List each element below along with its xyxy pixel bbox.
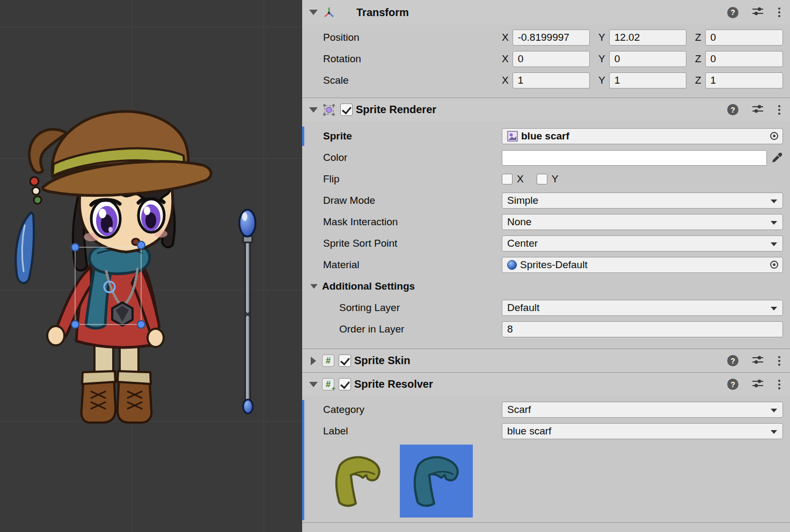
- axis-y-label: Y: [598, 75, 605, 86]
- sprite-sort-point-label: Sprite Sort Point: [302, 238, 502, 249]
- axis-x-label: X: [502, 53, 509, 65]
- character-sprite: [16, 112, 211, 423]
- foldout-closed-icon[interactable]: [311, 357, 316, 365]
- flip-y-label: Y: [552, 173, 559, 185]
- draw-mode-row: Draw Mode Simple: [302, 190, 790, 211]
- object-picker-icon[interactable]: [770, 261, 778, 269]
- help-icon[interactable]: ?: [727, 7, 738, 18]
- sprite-renderer-body: Sprite blue scarf Color: [302, 121, 790, 349]
- draw-mode-dropdown[interactable]: Simple: [502, 193, 783, 209]
- presets-icon[interactable]: [752, 355, 764, 367]
- rotation-x-input[interactable]: [513, 51, 590, 67]
- position-label: Position: [302, 32, 502, 43]
- label-row: Label blue scarf: [302, 420, 790, 442]
- category-label: Category: [302, 404, 502, 416]
- scene-grid: [0, 0, 302, 532]
- sprite-variant-green-scarf[interactable]: [321, 445, 394, 518]
- position-x-input[interactable]: [513, 29, 590, 46]
- sprite-resolver-script-icon: #+: [322, 378, 334, 390]
- additional-settings-row[interactable]: Additional Settings: [302, 276, 790, 297]
- sprite-resolver-header[interactable]: #+ Sprite Resolver ?: [302, 372, 790, 396]
- position-z-input[interactable]: [705, 29, 783, 46]
- presets-icon[interactable]: [752, 379, 764, 390]
- material-object-field[interactable]: Sprites-Default: [502, 257, 783, 273]
- rotation-row: Rotation X Y Z: [302, 48, 790, 70]
- mask-interaction-dropdown[interactable]: None: [502, 214, 783, 230]
- category-row: Category Scarf: [302, 399, 790, 420]
- sprite-object-field[interactable]: blue scarf: [502, 128, 783, 144]
- selection-handle[interactable]: [137, 241, 145, 249]
- sprite-object-name: blue scarf: [521, 130, 569, 142]
- position-y-input[interactable]: [609, 29, 686, 46]
- inspector-panel: Transform ? Position X Y Z Rotation: [302, 0, 790, 532]
- component-enabled-checkbox[interactable]: [339, 378, 351, 390]
- section-divider: [302, 522, 790, 531]
- axis-y-label: Y: [598, 53, 605, 65]
- presets-icon[interactable]: [752, 104, 764, 116]
- kebab-menu-icon[interactable]: [777, 6, 781, 18]
- object-picker-icon[interactable]: [770, 132, 778, 140]
- sprite-label: Sprite: [302, 130, 502, 142]
- axis-z-label: Z: [695, 53, 701, 65]
- scale-y-input[interactable]: [609, 72, 686, 88]
- flip-y-checkbox[interactable]: [537, 174, 547, 184]
- axis-z-label: Z: [695, 75, 701, 86]
- foldout-open-icon[interactable]: [309, 107, 318, 113]
- label-label: Label: [302, 425, 502, 437]
- sorting-layer-dropdown[interactable]: Default: [502, 300, 783, 316]
- flip-x-label: X: [517, 173, 524, 185]
- transform-title: Transform: [356, 6, 409, 19]
- selection-handle[interactable]: [71, 243, 79, 251]
- help-icon[interactable]: ?: [727, 104, 738, 115]
- label-dropdown[interactable]: blue scarf: [502, 423, 783, 439]
- unity-editor: Transform ? Position X Y Z Rotation: [0, 0, 790, 532]
- flip-x-checkbox[interactable]: [502, 174, 513, 184]
- kebab-menu-icon[interactable]: [777, 104, 781, 116]
- selection-handle[interactable]: [71, 321, 79, 328]
- scale-x-input[interactable]: [513, 72, 590, 88]
- category-dropdown[interactable]: Scarf: [502, 402, 783, 418]
- sprite-skin-title: Sprite Skin: [354, 354, 410, 367]
- scale-row: Scale X Y Z: [302, 70, 790, 91]
- selection-handle[interactable]: [137, 321, 145, 328]
- presets-icon[interactable]: [752, 6, 764, 18]
- material-row: Material Sprites-Default: [302, 254, 790, 276]
- flip-row: Flip X Y: [302, 168, 790, 190]
- draw-mode-value: Simple: [507, 195, 538, 206]
- override-bar-resolver: [302, 400, 304, 520]
- sprite-row: Sprite blue scarf: [302, 125, 790, 147]
- kebab-menu-icon[interactable]: [777, 355, 781, 367]
- sprite-variant-blue-scarf[interactable]: [400, 445, 473, 518]
- transform-icon: [322, 5, 336, 19]
- component-enabled-checkbox[interactable]: [339, 354, 351, 367]
- scene-view[interactable]: [0, 0, 302, 532]
- transform-header[interactable]: Transform ?: [302, 0, 790, 25]
- eyedropper-icon[interactable]: [771, 152, 783, 164]
- flip-label: Flip: [302, 173, 502, 185]
- sprite-thumbnail-icon: [507, 131, 518, 142]
- foldout-open-icon[interactable]: [309, 382, 318, 387]
- position-row: Position X Y Z: [302, 27, 790, 48]
- sprite-renderer-header[interactable]: Sprite Renderer ?: [302, 98, 790, 121]
- rotation-z-input[interactable]: [705, 51, 783, 67]
- material-object-name: Sprites-Default: [520, 259, 588, 271]
- help-icon[interactable]: ?: [727, 379, 738, 390]
- mask-interaction-value: None: [507, 216, 531, 228]
- color-swatch[interactable]: [502, 150, 767, 166]
- foldout-open-icon[interactable]: [310, 284, 318, 289]
- category-value: Scarf: [507, 404, 531, 416]
- order-in-layer-input[interactable]: [502, 321, 783, 337]
- component-enabled-checkbox[interactable]: [340, 104, 353, 116]
- rotation-y-input[interactable]: [609, 51, 686, 67]
- help-icon[interactable]: ?: [727, 355, 738, 366]
- mask-interaction-row: Mask Interaction None: [302, 211, 790, 233]
- scale-z-input[interactable]: [705, 72, 783, 88]
- override-bar-sprite: [302, 127, 304, 146]
- sprite-skin-header[interactable]: # Sprite Skin ?: [302, 349, 790, 372]
- material-sphere-icon: [507, 260, 517, 270]
- axis-y-label: Y: [598, 32, 605, 43]
- sprite-sort-point-dropdown[interactable]: Center: [502, 235, 783, 252]
- kebab-menu-icon[interactable]: [777, 379, 781, 390]
- rotation-label: Rotation: [302, 53, 502, 65]
- foldout-open-icon[interactable]: [309, 10, 318, 15]
